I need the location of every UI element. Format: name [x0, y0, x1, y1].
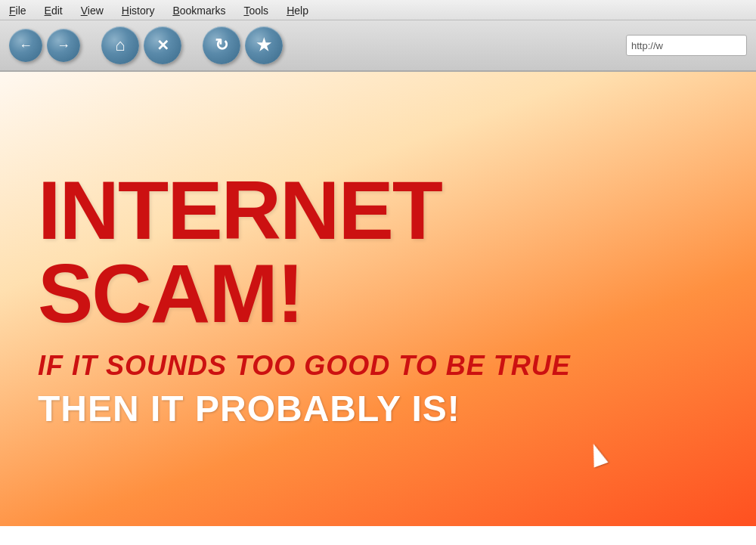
browser-chrome: File Edit View History Bookmarks Tools H… [0, 0, 756, 72]
menu-bookmarks[interactable]: Bookmarks [172, 5, 225, 17]
home-icon: ⌂ [115, 36, 125, 55]
refresh-icon: ↻ [215, 36, 228, 55]
back-button[interactable]: ← [9, 29, 42, 62]
stop-button[interactable]: ✕ [144, 26, 181, 64]
page-content: INTERNET SCAM! IF IT SOUNDS TOO GOOD TO … [0, 72, 756, 526]
subheadline: IF IT SOUNDS TOO GOOD TO BE TRUE [38, 350, 718, 382]
cursor-icon [586, 441, 608, 467]
menu-edit[interactable]: Edit [45, 5, 63, 17]
menu-tools[interactable]: Tools [243, 5, 268, 17]
menu-history[interactable]: History [122, 5, 155, 17]
headline: INTERNET SCAM! [38, 169, 718, 335]
refresh-button[interactable]: ↻ [203, 26, 240, 64]
address-text: http://w [631, 40, 663, 51]
star-icon: ★ [256, 36, 271, 55]
home-button[interactable]: ⌂ [101, 26, 139, 64]
menu-help[interactable]: Help [287, 5, 308, 17]
stop-icon: ✕ [156, 36, 169, 54]
toolbar: ← → ⌂ ✕ ↻ ★ http://w [0, 20, 756, 70]
menu-view[interactable]: View [81, 5, 104, 17]
address-bar[interactable]: http://w [626, 35, 747, 56]
forward-button[interactable]: → [47, 29, 80, 62]
address-area: http://w [626, 35, 747, 56]
menu-bar: File Edit View History Bookmarks Tools H… [0, 0, 756, 20]
menu-file[interactable]: File [9, 5, 26, 17]
bookmark-button[interactable]: ★ [245, 26, 283, 64]
tagline: THEN IT PROBABLY IS! [38, 388, 718, 429]
